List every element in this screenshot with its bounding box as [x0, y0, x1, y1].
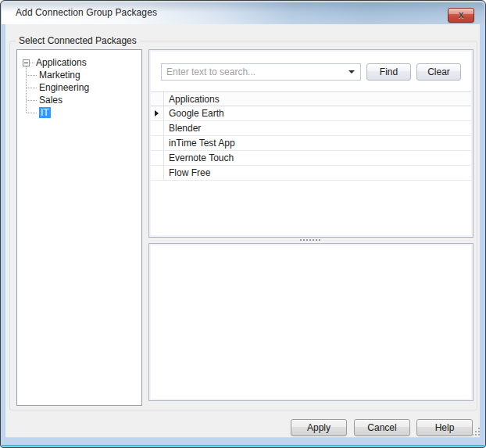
tree-node-marketing[interactable]: Marketing — [39, 69, 80, 81]
grid-row-gutter — [151, 151, 164, 165]
grid-cell[interactable]: Evernote Touch — [164, 151, 471, 165]
dialog-window: Add Connection Group Packages x Select C… — [0, 0, 486, 448]
package-tree[interactable]: Applications Marketing Engineering Sales… — [16, 49, 142, 406]
tree-node-applications[interactable]: Applications — [36, 56, 87, 69]
splitter-grip-icon — [300, 239, 322, 242]
tree-node-label: IT — [39, 107, 51, 118]
grid-cell[interactable]: inTime Test App — [164, 136, 471, 150]
grid-row-evernote-touch[interactable]: Evernote Touch — [151, 151, 471, 166]
apply-button[interactable]: Apply — [291, 419, 347, 436]
grid-cell[interactable]: Google Earth — [164, 106, 471, 120]
window-title: Add Connection Group Packages — [16, 7, 157, 18]
applications-grid: Applications Google Earth Blender inTime… — [151, 91, 471, 181]
help-button[interactable]: Help — [416, 419, 473, 436]
cancel-button[interactable]: Cancel — [354, 419, 410, 436]
tree-node-it-selected[interactable]: IT — [39, 106, 51, 119]
resize-grip-icon[interactable] — [472, 428, 473, 429]
grid-row-gutter — [151, 136, 164, 150]
grid-header-row[interactable]: Applications — [151, 91, 471, 106]
splitter-handle[interactable] — [148, 238, 473, 243]
close-icon: x — [459, 9, 464, 20]
tree-connector-hline — [27, 100, 37, 101]
grid-row-google-earth[interactable]: Google Earth — [151, 106, 471, 121]
grid-cell[interactable]: Flow Free — [164, 166, 471, 180]
tree-connector-hline — [27, 113, 37, 113]
tree-node-engineering[interactable]: Engineering — [39, 81, 89, 94]
grid-row-gutter — [151, 166, 164, 180]
tree-connector-vline — [26, 66, 27, 113]
tree-node-label: Sales — [39, 95, 63, 106]
tree-node-label: Applications — [36, 57, 87, 68]
search-combo[interactable] — [161, 63, 361, 81]
current-row-arrow-icon — [155, 110, 159, 116]
tree-connector-hline — [27, 75, 37, 76]
selected-packages-panel — [148, 243, 473, 401]
package-list-panel: Find Clear Applications Google Earth Ble… — [148, 49, 473, 238]
grid-row-gutter — [151, 121, 164, 135]
grid-row-intime-test-app[interactable]: inTime Test App — [151, 136, 471, 151]
title-bar[interactable]: Add Connection Group Packages x — [2, 2, 484, 24]
close-button[interactable]: x — [448, 8, 474, 23]
grid-row-blender[interactable]: Blender — [151, 121, 471, 136]
chevron-down-icon[interactable] — [348, 70, 355, 73]
grid-header-gutter — [151, 92, 164, 106]
tree-node-label: Marketing — [39, 70, 80, 81]
window-bottom-glow — [2, 445, 484, 446]
tree-connector-hline — [27, 88, 37, 88]
search-row: Find Clear — [149, 63, 473, 81]
minus-glyph — [24, 63, 28, 63]
tree-node-sales[interactable]: Sales — [39, 94, 63, 106]
grid-header-applications[interactable]: Applications — [164, 92, 471, 106]
tree-collapse-icon[interactable] — [23, 59, 30, 66]
tree-connector-hline — [30, 63, 34, 63]
tree-node-label: Engineering — [39, 82, 89, 93]
grid-cell[interactable]: Blender — [164, 121, 471, 135]
grid-row-flow-free[interactable]: Flow Free — [151, 166, 471, 181]
grid-row-gutter — [151, 106, 164, 120]
search-input[interactable] — [161, 63, 361, 81]
clear-button[interactable]: Clear — [416, 63, 461, 81]
groupbox-label: Select Connected Packages — [16, 35, 140, 46]
find-button[interactable]: Find — [366, 63, 411, 81]
